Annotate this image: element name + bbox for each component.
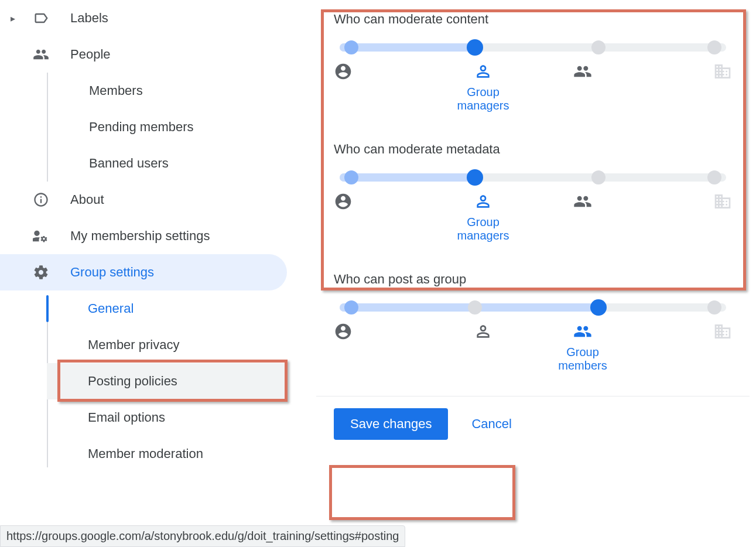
option-icon bbox=[474, 62, 492, 81]
permission-option[interactable] bbox=[533, 192, 632, 242]
slider-handle[interactable] bbox=[590, 299, 607, 316]
status-bar-url: https://groups.google.com/a/stonybrook.e… bbox=[0, 525, 405, 547]
option-icon bbox=[334, 62, 353, 81]
slider-stop[interactable] bbox=[591, 40, 606, 54]
permission-option[interactable] bbox=[632, 192, 732, 242]
gear-icon bbox=[33, 264, 49, 281]
cancel-button[interactable]: Cancel bbox=[471, 416, 511, 432]
permission-option[interactable] bbox=[433, 322, 533, 372]
option-icon bbox=[713, 192, 732, 211]
button-row: Save changes Cancel bbox=[316, 396, 750, 452]
permission-slider[interactable] bbox=[340, 303, 726, 312]
nav-group-settings[interactable]: Group settings bbox=[0, 254, 287, 290]
permission-section: Who can moderate content Groupmanagers bbox=[316, 0, 750, 130]
option-label: Groupmembers bbox=[558, 346, 607, 372]
settings-email-options[interactable]: Email options bbox=[47, 399, 287, 436]
option-icon bbox=[573, 322, 592, 341]
option-label: Groupmanagers bbox=[457, 216, 509, 242]
slider-stop[interactable] bbox=[707, 170, 721, 184]
settings-general[interactable]: General bbox=[47, 290, 287, 327]
option-label: Groupmanagers bbox=[457, 86, 509, 112]
permission-slider[interactable] bbox=[340, 43, 726, 52]
slider-stop[interactable] bbox=[591, 170, 606, 184]
permission-option[interactable] bbox=[334, 62, 433, 112]
option-icon bbox=[334, 322, 353, 341]
permission-option[interactable]: Groupmembers bbox=[533, 322, 632, 372]
people-sublist: Members Pending members Banned users bbox=[47, 73, 287, 182]
main-content: Who can moderate content Groupmanagers W… bbox=[316, 0, 750, 452]
slider-fill bbox=[340, 173, 475, 182]
option-icon bbox=[474, 192, 492, 211]
permission-section: Who can post as group Groupmembers bbox=[316, 260, 750, 390]
section-title: Who can post as group bbox=[334, 272, 732, 287]
nav-members[interactable]: Members bbox=[48, 73, 287, 109]
slider-handle[interactable] bbox=[467, 169, 483, 186]
option-row: Groupmanagers bbox=[334, 62, 732, 112]
permission-option[interactable] bbox=[334, 192, 433, 242]
permission-option[interactable]: Groupmanagers bbox=[433, 62, 533, 112]
nav-people[interactable]: People bbox=[0, 36, 287, 73]
people-icon bbox=[33, 46, 49, 63]
section-title: Who can moderate content bbox=[334, 12, 732, 27]
settings-member-moderation[interactable]: Member moderation bbox=[47, 436, 287, 472]
permission-option[interactable]: Groupmanagers bbox=[433, 192, 533, 242]
nav-banned-users[interactable]: Banned users bbox=[48, 145, 287, 182]
nav-about-text: About bbox=[70, 192, 104, 207]
permission-option[interactable] bbox=[334, 322, 433, 372]
info-icon bbox=[33, 192, 49, 208]
nav-labels-text: Labels bbox=[70, 11, 108, 26]
nav-pending-members[interactable]: Pending members bbox=[48, 109, 287, 145]
nav-labels[interactable]: Labels bbox=[0, 0, 287, 36]
annotation-highlight-save bbox=[329, 465, 515, 520]
settings-member-privacy[interactable]: Member privacy bbox=[47, 327, 287, 363]
nav-membership-settings[interactable]: My membership settings bbox=[0, 218, 287, 254]
settings-sublist: General Member privacy Posting policies … bbox=[47, 290, 287, 472]
slider-stop[interactable] bbox=[344, 40, 358, 54]
option-icon bbox=[573, 192, 592, 211]
slider-stop[interactable] bbox=[344, 170, 358, 184]
option-icon bbox=[573, 62, 592, 81]
permission-section: Who can moderate metadata Groupmanagers bbox=[316, 130, 750, 260]
permission-slider[interactable] bbox=[340, 173, 726, 182]
option-icon bbox=[334, 192, 353, 211]
option-icon bbox=[474, 322, 492, 341]
option-icon bbox=[713, 62, 732, 81]
person-gear-icon bbox=[33, 228, 49, 244]
slider-handle[interactable] bbox=[467, 39, 483, 56]
option-icon bbox=[713, 322, 732, 341]
permission-option[interactable] bbox=[632, 322, 732, 372]
save-button[interactable]: Save changes bbox=[334, 408, 448, 440]
nav-about[interactable]: About bbox=[0, 182, 287, 218]
nav-people-text: People bbox=[70, 47, 111, 62]
section-title: Who can moderate metadata bbox=[334, 142, 732, 157]
option-row: Groupmembers bbox=[334, 322, 732, 372]
permission-option[interactable] bbox=[632, 62, 732, 112]
sidebar: Labels People Members Pending members Ba… bbox=[0, 0, 287, 472]
slider-stop[interactable] bbox=[468, 300, 482, 314]
option-row: Groupmanagers bbox=[334, 192, 732, 242]
nav-membership-text: My membership settings bbox=[70, 228, 210, 244]
permission-option[interactable] bbox=[533, 62, 632, 112]
slider-stop[interactable] bbox=[344, 300, 358, 314]
slider-stop[interactable] bbox=[707, 40, 721, 54]
label-icon bbox=[33, 10, 49, 26]
nav-group-settings-text: Group settings bbox=[70, 265, 154, 280]
settings-posting-policies[interactable]: Posting policies bbox=[47, 363, 287, 399]
slider-fill bbox=[340, 43, 475, 52]
slider-stop[interactable] bbox=[707, 300, 721, 314]
